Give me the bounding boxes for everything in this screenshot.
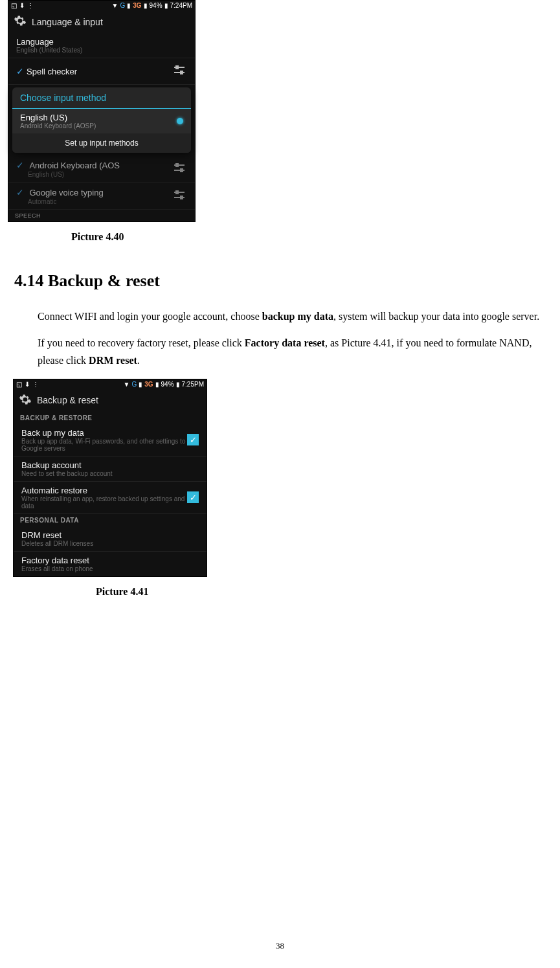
header-title: Backup & reset	[37, 395, 98, 405]
spell-label: Spell checker	[27, 67, 77, 76]
option-sub: Android Keyboard (AOSP)	[20, 122, 96, 129]
settings-sliders-icon[interactable]	[172, 187, 187, 205]
auto-restore-row[interactable]: Automatic restore When reinstalling an a…	[14, 482, 207, 514]
caption-4-40: Picture 4.40	[71, 231, 560, 243]
phone-screenshot-language-input: ◱ ⬇ ⋮ ▼ G ▮ 3G ▮ 94% ▮ 7:24PM Language &…	[8, 0, 196, 222]
signal-icon-2: ▮	[144, 2, 148, 9]
language-sub: English (United States)	[16, 47, 187, 54]
android-keyboard-row[interactable]: ✓ Android Keyboard (AOS English (US)	[8, 155, 195, 183]
restore-title: Automatic restore	[21, 486, 187, 495]
signal-icon-2: ▮	[155, 381, 159, 388]
gear-icon	[14, 14, 27, 29]
spell-checker-row[interactable]: ✓Spell checker	[8, 58, 195, 85]
choose-input-dialog: Choose input method English (US) Android…	[12, 87, 191, 153]
kb-title: Android Keyboard (AOS	[29, 161, 119, 170]
checkbox-checked-icon[interactable]: ✓	[187, 434, 199, 445]
bluetooth-icon: ⋮	[27, 2, 34, 9]
settings-header: Backup & reset	[14, 389, 207, 412]
check-icon: ✓	[16, 160, 24, 170]
section-heading-backup-reset: 4.14 Backup & reset	[14, 271, 560, 291]
paragraph-1: Connect WIFI and login your google accou…	[38, 308, 548, 325]
checkbox-checked-icon[interactable]: ✓	[187, 491, 199, 503]
paragraph-2: If you need to recovery factory reset, p…	[38, 334, 548, 369]
drm-sub: Deletes all DRM licenses	[21, 540, 199, 547]
wifi-icon: ▼	[111, 2, 118, 9]
clock: 7:24PM	[170, 2, 192, 9]
status-bar: ◱ ⬇ ⋮ ▼ G ▮ 3G ▮ 94% ▮ 7:25PM	[14, 379, 207, 389]
page-number: 38	[0, 941, 560, 951]
bluetooth-icon: ⋮	[32, 381, 39, 388]
drm-reset-row[interactable]: DRM reset Deletes all DRM licenses	[14, 526, 207, 552]
restore-sub: When reinstalling an app, restore backed…	[21, 495, 187, 510]
gear-icon	[19, 393, 32, 408]
svg-rect-10	[176, 191, 178, 194]
svg-rect-3	[181, 71, 183, 74]
dialog-title: Choose input method	[12, 87, 191, 109]
signal-icon: ▮	[127, 2, 131, 9]
voice-title: Google voice typing	[29, 188, 103, 197]
voice-sub: Automatic	[28, 198, 104, 205]
language-row[interactable]: Language English (United States)	[8, 33, 195, 58]
account-title: Backup account	[21, 460, 199, 470]
network-g: G	[120, 2, 125, 9]
backup-account-row[interactable]: Backup account Need to set the backup ac…	[14, 456, 207, 482]
setup-input-button[interactable]: Set up input methods	[12, 133, 191, 153]
caption-4-41: Picture 4.41	[96, 586, 560, 598]
voice-typing-row[interactable]: ✓ Google voice typing Automatic	[8, 183, 195, 210]
clock: 7:25PM	[182, 381, 204, 388]
backup-data-row[interactable]: Back up my data Back up app data, Wi-Fi …	[14, 424, 207, 456]
section-personal-data: PERSONAL DATA	[14, 514, 207, 526]
factory-sub: Erases all data on phone	[21, 565, 199, 572]
option-title: English (US)	[20, 113, 96, 122]
signal-icon: ▮	[139, 381, 142, 388]
wifi-icon: ▼	[123, 381, 129, 388]
battery-icon: ▮	[176, 381, 180, 388]
drm-title: DRM reset	[21, 530, 199, 540]
speech-category: SPEECH	[8, 210, 195, 221]
battery-icon: ▮	[164, 2, 168, 9]
account-sub: Need to set the backup account	[21, 470, 199, 477]
language-title: Language	[16, 37, 187, 47]
down-icon: ⬇	[19, 2, 25, 9]
backup-sub: Back up app data, Wi-Fi passwords, and o…	[21, 438, 187, 452]
radio-selected-icon[interactable]	[177, 118, 183, 124]
back-icon: ◱	[11, 2, 17, 9]
down-icon: ⬇	[25, 381, 30, 388]
network-3g: 3G	[133, 2, 141, 9]
backup-title: Back up my data	[21, 428, 187, 438]
svg-rect-7	[181, 169, 183, 172]
svg-rect-2	[176, 66, 178, 69]
settings-header: Language & input	[8, 10, 195, 33]
input-option-english[interactable]: English (US) Android Keyboard (AOSP)	[12, 109, 191, 133]
section-backup-restore: BACKUP & RESTORE	[14, 412, 207, 424]
network-g: G	[131, 381, 137, 388]
check-icon: ✓	[16, 187, 24, 197]
back-icon: ◱	[16, 381, 22, 388]
svg-rect-11	[181, 196, 183, 199]
battery-pct: 94%	[150, 2, 162, 9]
battery-pct: 94%	[161, 381, 174, 388]
check-icon: ✓	[16, 66, 24, 76]
status-bar: ◱ ⬇ ⋮ ▼ G ▮ 3G ▮ 94% ▮ 7:24PM	[8, 1, 195, 10]
header-title: Language & input	[32, 17, 103, 27]
network-3g: 3G	[144, 381, 153, 388]
svg-rect-6	[176, 164, 178, 166]
phone-screenshot-backup-reset: ◱ ⬇ ⋮ ▼ G ▮ 3G ▮ 94% ▮ 7:25PM Backup & r…	[13, 379, 207, 577]
settings-sliders-icon[interactable]	[172, 160, 187, 178]
settings-sliders-icon[interactable]	[172, 62, 187, 80]
kb-sub: English (US)	[28, 171, 120, 178]
factory-title: Factory data reset	[21, 556, 199, 565]
factory-reset-row[interactable]: Factory data reset Erases all data on ph…	[14, 552, 207, 576]
